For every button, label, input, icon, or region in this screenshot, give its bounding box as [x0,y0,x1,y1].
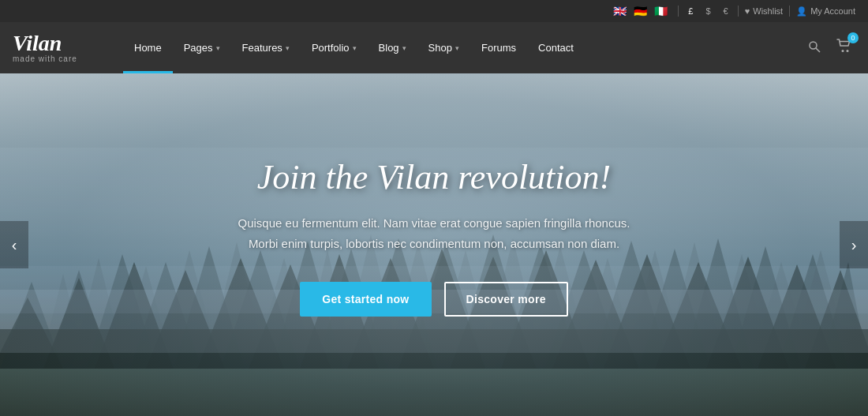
chevron-down-icon: ▾ [216,44,220,52]
nav-menu: Home Pages ▾ Features ▾ Portfolio ▾ Blog… [123,22,805,73]
cart-button[interactable]: 0 [833,36,855,60]
hero-content: Join the Vilan revolution! Quisque eu fe… [223,141,646,332]
nav-item-shop[interactable]: Shop ▾ [417,22,470,73]
currency-usd[interactable]: $ [702,6,713,16]
wishlist-label: Wishlist [753,6,783,16]
nav-label-contact: Contact [538,42,574,54]
flag-de[interactable]: 🇩🇪 [634,6,651,17]
nav-label-features: Features [242,42,282,54]
nav-item-contact[interactable]: Contact [527,22,585,73]
chevron-down-icon: ▾ [353,44,357,52]
logo-tagline: made with care [13,54,99,63]
navbar: Vilan made with care Home Pages ▾ Featur… [0,22,868,73]
divider-1 [678,6,679,17]
top-bar: 🇬🇧 🇩🇪 🇮🇹 £ $ € ♥ Wishlist 👤 My Account [0,0,868,22]
language-flags: 🇬🇧 🇩🇪 🇮🇹 [613,6,672,17]
svg-point-3 [847,50,849,52]
nav-item-pages[interactable]: Pages ▾ [173,22,231,73]
nav-label-shop: Shop [428,42,452,54]
nav-label-blog: Blog [379,42,399,54]
nav-item-forums[interactable]: Forums [470,22,527,73]
currency-gbp[interactable]: £ [685,6,696,16]
search-icon [808,40,821,53]
account-link[interactable]: 👤 My Account [796,6,855,17]
hero-subtitle-line2: Morbi enim turpis, lobortis nec condimen… [249,237,619,250]
nav-item-blog[interactable]: Blog ▾ [368,22,417,73]
get-started-button[interactable]: Get started now [300,282,431,317]
hero-title: Join the Vilan revolution! [238,157,630,197]
user-icon: 👤 [796,6,807,17]
chevron-down-icon: ▾ [402,44,406,52]
flag-uk[interactable]: 🇬🇧 [613,6,630,17]
divider-2 [738,6,739,17]
hero-buttons: Get started now Discover more [238,282,630,317]
logo[interactable]: Vilan made with care [13,32,99,63]
hero-subtitle-line1: Quisque eu fermentum elit. Nam vitae era… [238,216,630,230]
nav-item-features[interactable]: Features ▾ [231,22,301,73]
nav-label-pages: Pages [184,42,213,54]
carousel-prev-button[interactable]: ‹ [0,221,28,268]
discover-more-button[interactable]: Discover more [444,282,568,317]
svg-point-0 [810,42,817,49]
chevron-down-icon: ▾ [286,44,290,52]
nav-right: 0 [805,36,855,60]
svg-point-2 [842,50,844,52]
nav-label-forums: Forums [481,42,516,54]
search-button[interactable] [805,37,824,59]
heart-icon: ♥ [745,6,750,16]
nav-label-home: Home [134,42,162,54]
currency-eur[interactable]: € [720,6,731,16]
nav-item-portfolio[interactable]: Portfolio ▾ [301,22,368,73]
cart-count: 0 [847,32,859,43]
flag-it[interactable]: 🇮🇹 [654,6,672,17]
carousel-next-button[interactable]: › [840,221,868,268]
chevron-down-icon: ▾ [455,44,459,52]
logo-text: Vilan [13,32,99,54]
account-label: My Account [810,6,855,16]
wishlist-link[interactable]: ♥ Wishlist [745,6,783,16]
hero-section: ‹ › Join the Vilan revolution! Quisque e… [0,73,868,416]
nav-item-home[interactable]: Home [123,22,173,73]
hero-subtitle: Quisque eu fermentum elit. Nam vitae era… [238,213,630,253]
svg-line-1 [816,48,820,52]
divider-3 [789,6,790,17]
nav-label-portfolio: Portfolio [312,42,350,54]
